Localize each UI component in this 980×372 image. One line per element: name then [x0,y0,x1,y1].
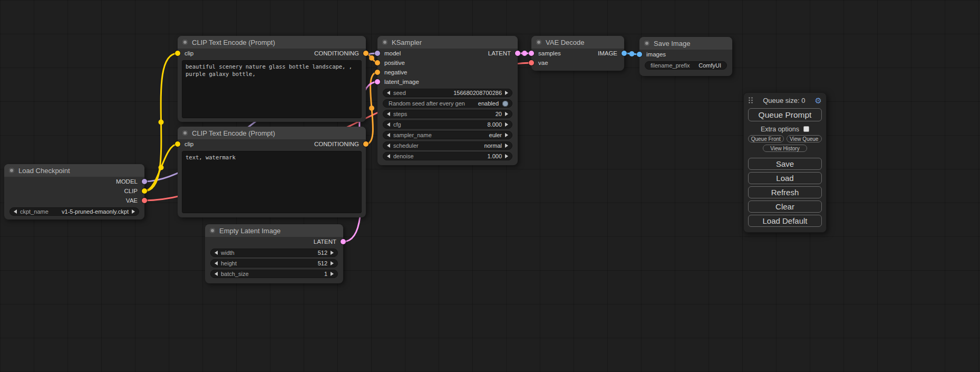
decrement-arrow-icon[interactable] [14,209,17,214]
input-dot-latent-image-icon[interactable] [375,79,380,84]
node-vae-decode[interactable]: VAE Decode samples IMAGE vae [531,36,624,71]
input-dot-vae-icon[interactable] [529,60,534,65]
extra-options-checkbox[interactable] [803,126,809,132]
decrement-arrow-icon[interactable] [387,91,390,95]
decrement-arrow-icon[interactable] [215,272,218,276]
widget-value: v1-5-pruned-emaonly.ckpt [62,208,129,215]
decrement-arrow-icon[interactable] [215,261,218,265]
increment-arrow-icon[interactable] [505,122,508,127]
increment-arrow-icon[interactable] [331,261,334,265]
negative-prompt-textarea[interactable]: text, watermark [182,151,362,213]
increment-arrow-icon[interactable] [505,133,508,137]
node-load-checkpoint[interactable]: Load Checkpoint MODEL CLIP VAE ckpt_name… [4,164,144,220]
node-clip-text-encode-negative[interactable]: CLIP Text Encode (Prompt) clip CONDITION… [178,127,366,217]
increment-arrow-icon[interactable] [331,251,334,255]
node-header[interactable]: Save Image [639,37,732,50]
widget-value: 8.000 [487,121,502,128]
widget-name: Random seed after every gen [389,100,465,107]
widget-batch-size[interactable]: batch_size 1 [210,270,338,278]
increment-arrow-icon[interactable] [505,144,508,148]
decrement-arrow-icon[interactable] [387,122,390,127]
view-history-button[interactable]: View History [763,145,807,152]
input-dot-images-icon[interactable] [637,52,642,57]
decrement-arrow-icon[interactable] [387,112,390,116]
increment-arrow-icon[interactable] [331,272,334,276]
clear-button[interactable]: Clear [748,201,822,213]
input-dot-clip-icon[interactable] [175,51,180,56]
input-label-model: model [384,50,401,56]
drag-handle-icon[interactable] [748,97,753,104]
collapse-dot-icon[interactable] [644,41,649,46]
decrement-arrow-icon[interactable] [387,144,390,148]
decrement-arrow-icon[interactable] [387,154,390,158]
toggle-indicator-icon[interactable] [502,101,508,107]
settings-gear-icon[interactable]: ⚙ [815,97,822,104]
input-label-samples: samples [538,50,561,56]
widget-value: 156680208700286 [453,90,502,96]
input-dot-clip-icon[interactable] [175,141,180,147]
widget-cfg[interactable]: cfg 8.000 [383,120,512,129]
widget-scheduler[interactable]: scheduler normal [383,141,512,150]
input-dot-negative-icon[interactable] [375,70,380,75]
node-ksampler[interactable]: KSampler model LATENT positive negative … [377,36,518,165]
input-dot-samples-icon[interactable] [529,51,534,56]
load-default-button[interactable]: Load Default [748,215,822,227]
widget-value: 20 [496,111,502,117]
node-header[interactable]: Load Checkpoint [4,164,144,177]
output-dot-clip-icon[interactable] [142,188,147,194]
output-dot-conditioning-icon[interactable] [363,141,368,147]
widget-width[interactable]: width 512 [210,249,338,257]
increment-arrow-icon[interactable] [505,154,508,158]
collapse-dot-icon[interactable] [536,40,541,45]
input-label-latent-image: latent_image [384,79,419,85]
decrement-arrow-icon[interactable] [387,133,390,137]
collapse-dot-icon[interactable] [182,130,188,136]
node-empty-latent-image[interactable]: Empty Latent Image LATENT width 512 heig… [205,224,343,283]
widget-denoise[interactable]: denoise 1.000 [383,152,512,160]
positive-prompt-textarea[interactable]: beautiful scenery nature glass bottle la… [182,60,362,118]
widget-ckpt-name[interactable]: ckpt_name v1-5-pruned-emaonly.ckpt [9,207,139,216]
output-dot-conditioning-icon[interactable] [363,51,368,56]
node-header[interactable]: CLIP Text Encode (Prompt) [178,127,366,139]
output-dot-latent-icon[interactable] [341,239,346,244]
collapse-dot-icon[interactable] [382,40,387,45]
node-header[interactable]: CLIP Text Encode (Prompt) [178,36,366,49]
node-graph-canvas[interactable]: Load Checkpoint MODEL CLIP VAE ckpt_name… [0,0,980,372]
output-dot-latent-icon[interactable] [515,51,520,56]
widget-filename-prefix[interactable]: filename_prefix ComfyUI [645,61,727,70]
collapse-dot-icon[interactable] [210,228,215,233]
node-header[interactable]: VAE Decode [531,36,624,49]
node-save-image[interactable]: Save Image images filename_prefix ComfyU… [639,37,732,76]
node-title: VAE Decode [546,39,584,46]
increment-arrow-icon[interactable] [505,112,508,116]
save-button[interactable]: Save [748,158,822,170]
node-header[interactable]: Empty Latent Image [205,224,343,237]
refresh-button[interactable]: Refresh [748,186,822,198]
view-queue-button[interactable]: View Queue [787,135,822,142]
output-label-latent: LATENT [314,239,336,245]
widget-steps[interactable]: steps 20 [383,110,512,118]
queue-front-button[interactable]: Queue Front [748,135,784,142]
collapse-dot-icon[interactable] [9,168,14,173]
widget-value: normal [484,142,502,149]
widget-name: filename_prefix [651,62,690,69]
queue-prompt-button[interactable]: Queue Prompt [748,108,822,121]
load-button[interactable]: Load [748,172,822,184]
input-dot-model-icon[interactable] [375,51,380,56]
widget-height[interactable]: height 512 [210,259,338,268]
input-label-clip: clip [185,50,193,56]
collapse-dot-icon[interactable] [182,40,188,45]
widget-value: enabled [478,100,499,107]
widget-seed[interactable]: seed 156680208700286 [383,89,512,97]
increment-arrow-icon[interactable] [505,91,508,95]
node-clip-text-encode-positive[interactable]: CLIP Text Encode (Prompt) clip CONDITION… [178,36,366,122]
decrement-arrow-icon[interactable] [215,251,218,255]
increment-arrow-icon[interactable] [132,209,135,214]
output-dot-image-icon[interactable] [622,51,627,56]
widget-random-seed-toggle[interactable]: Random seed after every gen enabled [383,99,512,108]
input-dot-positive-icon[interactable] [375,60,380,65]
node-header[interactable]: KSampler [377,36,518,49]
output-dot-model-icon[interactable] [142,179,147,184]
widget-sampler-name[interactable]: sampler_name euler [383,131,512,139]
output-dot-vae-icon[interactable] [142,198,147,203]
